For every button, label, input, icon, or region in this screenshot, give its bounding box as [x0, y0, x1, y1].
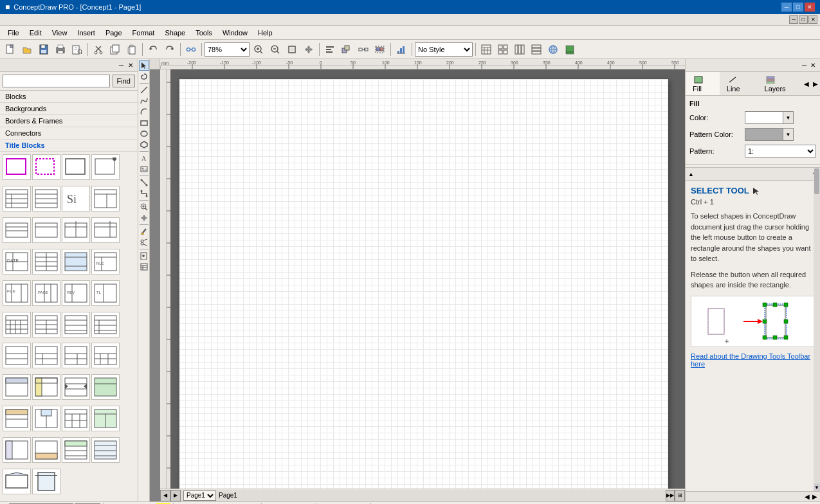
eyedropper-btn[interactable] [139, 226, 149, 237]
shape-cell[interactable]: TL [91, 280, 120, 306]
window-controls[interactable]: ─ □ ✕ [781, 3, 815, 12]
shape-cell[interactable] [62, 249, 90, 274]
mdi-close[interactable]: ✕ [808, 15, 817, 24]
rect-tool-btn[interactable] [139, 118, 149, 128]
shape-cell[interactable]: FILE [91, 249, 120, 274]
zoom-select[interactable]: 50%75%78%100%125%150%200% [205, 42, 250, 57]
shape-cell[interactable] [32, 437, 60, 463]
arc-tool-btn[interactable] [139, 107, 149, 117]
shape-cell[interactable] [91, 312, 120, 338]
menu-insert[interactable]: Insert [72, 26, 100, 40]
canvas-wrapper[interactable] [160, 69, 685, 489]
grid-btn[interactable] [495, 42, 511, 57]
shape-cell[interactable] [3, 186, 31, 212]
group-btn[interactable] [372, 42, 388, 57]
panel-scroll-left-btn[interactable]: ◀ [803, 493, 811, 500]
canvas-page[interactable] [179, 79, 668, 489]
shapes-lib-btn[interactable] [545, 42, 561, 57]
shape-cell[interactable] [3, 343, 31, 368]
menu-shape[interactable]: Shape [159, 26, 190, 40]
style-select[interactable]: No Style [415, 42, 473, 57]
scroll-end-btn[interactable]: ▶▶ [666, 490, 675, 501]
columns-btn[interactable] [512, 42, 527, 57]
paste-btn[interactable] [124, 42, 140, 57]
shape-cell[interactable] [62, 312, 90, 338]
print-btn[interactable] [53, 42, 68, 57]
polygon-tool-btn[interactable] [139, 140, 149, 150]
rows-btn[interactable] [529, 42, 544, 57]
shape-cell[interactable]: PAGE [32, 280, 60, 306]
color-dropdown-btn[interactable]: ▼ [783, 111, 794, 124]
shape-cell[interactable] [91, 186, 120, 212]
line-tool-btn[interactable] [139, 85, 149, 95]
shape-cell[interactable] [3, 154, 31, 180]
shape-cell[interactable] [62, 374, 90, 400]
shape-cell[interactable] [62, 217, 90, 243]
connect-tool-btn[interactable] [139, 177, 149, 188]
tab-fill[interactable]: Fill [686, 72, 720, 95]
menu-window[interactable]: Window [217, 26, 253, 40]
menu-tools[interactable]: Tools [190, 26, 217, 40]
fill-expand-right[interactable]: ▶ [811, 79, 820, 88]
minimize-btn[interactable]: ─ [781, 3, 792, 12]
tab-line[interactable]: Line [720, 72, 758, 95]
shape-cell[interactable] [3, 406, 31, 431]
search-input[interactable] [3, 75, 110, 87]
fill-expand-left[interactable]: ◀ [802, 79, 811, 88]
library-controls[interactable]: ─ ✕ [117, 62, 135, 69]
format-btn[interactable] [139, 262, 149, 272]
read-more-link[interactable]: Read about the Drawing Tools Toolbar her… [691, 352, 810, 368]
scroll-left-btn[interactable]: ◀ [160, 490, 170, 501]
redo-btn[interactable] [162, 42, 178, 57]
menu-help[interactable]: Help [253, 26, 278, 40]
shape-cell[interactable]: REV [62, 280, 90, 306]
scroll-right-btn[interactable]: ▶ [170, 490, 181, 501]
menu-format[interactable]: Format [127, 26, 160, 40]
close-btn[interactable]: ✕ [805, 3, 815, 12]
category-backgrounds[interactable]: Backgrounds [0, 103, 138, 115]
shape-cell[interactable] [32, 406, 60, 431]
zoom-canvas-btn[interactable] [139, 202, 149, 212]
pattern-color-swatch[interactable] [745, 128, 783, 141]
pan-canvas-btn[interactable] [139, 213, 149, 223]
new-page-btn[interactable]: ⊞ [675, 490, 685, 501]
add-page-btn[interactable] [139, 251, 149, 261]
category-connectors[interactable]: Connectors [0, 127, 138, 140]
menu-page[interactable]: Page [100, 26, 127, 40]
shape-cell[interactable] [91, 437, 120, 463]
scrollbar-thumb[interactable] [814, 168, 819, 194]
shape-cell[interactable] [3, 437, 31, 463]
fit-page-btn[interactable] [284, 42, 300, 57]
category-blocks[interactable]: Blocks [0, 91, 138, 103]
library-minimize-btn[interactable]: ─ [117, 62, 125, 69]
print-preview-btn[interactable] [69, 42, 85, 57]
table-btn[interactable] [478, 42, 494, 57]
smart-line-tool-btn[interactable] [139, 188, 149, 199]
zoom-out-btn[interactable] [268, 42, 283, 57]
tab-layers[interactable]: Layers [758, 72, 802, 95]
mdi-minimize[interactable]: ─ [789, 15, 798, 24]
pattern-color-dropdown-btn[interactable]: ▼ [783, 128, 794, 141]
shape-cell[interactable] [32, 343, 60, 368]
library-close-btn[interactable]: ✕ [126, 62, 135, 69]
shape-cell[interactable] [91, 406, 120, 431]
shape-cell[interactable] [62, 437, 90, 463]
open-btn[interactable] [19, 42, 35, 57]
shape-cell[interactable] [3, 469, 31, 494]
scroll-down-btn[interactable]: ▼ [814, 483, 820, 491]
align-btn[interactable] [322, 42, 338, 57]
shape-cell[interactable] [3, 312, 31, 338]
cut-btn[interactable] [91, 42, 106, 57]
shape-cell[interactable] [32, 154, 60, 180]
panel-scroll-right-btn[interactable]: ▶ [811, 493, 819, 500]
shape-cell[interactable]: DATE [3, 249, 31, 274]
new-btn[interactable] [3, 42, 18, 57]
shape-cell[interactable] [32, 249, 60, 274]
shape-cell[interactable] [91, 154, 120, 180]
maximize-btn[interactable]: □ [793, 3, 803, 12]
shape-cell[interactable] [91, 374, 120, 400]
ellipse-tool-btn[interactable] [139, 129, 149, 139]
mdi-maximize[interactable]: □ [799, 15, 808, 24]
arrange-btn[interactable] [339, 42, 354, 57]
shape-cell[interactable] [32, 217, 60, 243]
